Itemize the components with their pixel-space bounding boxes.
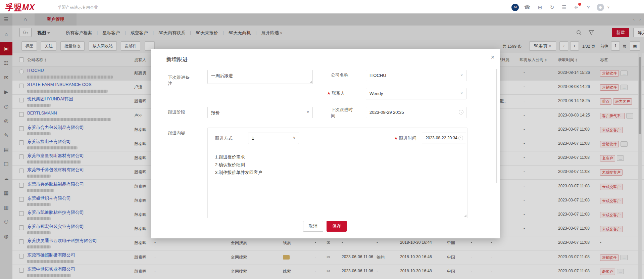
add-followup-modal: 新增跟进 × 下次跟进备注 一周后跟进 公司名称 ITOCHU∨ ★联系人 We… <box>151 49 500 238</box>
chevron-down-icon: ∨ <box>460 73 463 77</box>
save-button[interactable]: 保存 <box>327 221 347 232</box>
stage-select[interactable]: 报价∨ <box>207 107 313 118</box>
chevron-down-icon: ∨ <box>293 135 296 140</box>
contact-select[interactable]: Wendy∨ <box>366 88 466 99</box>
apps-grid-icon[interactable]: ⊞ <box>536 4 544 11</box>
contact-label: ★联系人 <box>327 90 345 96</box>
refresh-icon[interactable]: ↻ <box>548 4 556 11</box>
next-note-textarea[interactable]: 一周后跟进 <box>207 70 313 84</box>
help-icon[interactable]: ? <box>585 4 592 11</box>
chevron-down-icon: ∨ <box>306 109 309 114</box>
content-line: 3.制作报价单并发回客户 <box>215 170 262 176</box>
notification-badge <box>578 3 581 6</box>
content-line: 2.确认报价细则 <box>215 162 245 168</box>
next-note-label: 下次跟进备注 <box>168 75 193 87</box>
modal-title: 新增跟进 <box>166 56 188 63</box>
content-line: 1.跟进报价需求 <box>215 154 245 160</box>
close-icon[interactable]: × <box>488 53 497 61</box>
company-name: 孚盟产品演示专用企业 <box>58 5 98 10</box>
method-select[interactable]: 1∨ <box>248 133 299 144</box>
resize-handle[interactable] <box>464 215 466 217</box>
content-box: 跟进方式 1∨ ★跟进时间 2023-08-22 20:34 1.跟进报价需求2… <box>207 128 467 218</box>
ai-icon[interactable]: AI <box>511 4 519 11</box>
clock-icon <box>458 136 463 140</box>
logo: 孚盟MX <box>5 2 35 13</box>
app-root: 孚盟MX 孚盟产品演示专用企业 AI☎⊞↻☰⍾?☻∨ ☰ ⌂ 客户管理 ‹ › … <box>0 0 644 279</box>
required-star: ★ <box>394 136 398 141</box>
next-time-label: 下次跟进时间 <box>331 107 355 119</box>
clock-icon <box>459 110 463 114</box>
avatar[interactable]: ☻ <box>597 4 604 11</box>
stage-label: 跟进阶段 <box>168 109 185 115</box>
resize-handle[interactable] <box>309 81 312 83</box>
method-label: 跟进方式 <box>215 135 233 141</box>
cancel-button[interactable]: 取消 <box>303 221 323 232</box>
list-icon[interactable]: ☰ <box>560 4 568 11</box>
content-label: 跟进内容 <box>168 130 185 136</box>
chevron-down-icon: ∨ <box>460 91 463 95</box>
headset-icon[interactable]: ☎ <box>524 4 531 11</box>
top-bar: 孚盟MX 孚盟产品演示专用企业 AI☎⊞↻☰⍾?☻∨ <box>0 0 644 13</box>
next-time-input[interactable]: 2023-08-29 20:35 <box>366 107 466 118</box>
bell-icon[interactable]: ⍾ <box>573 4 580 11</box>
time-input[interactable]: 2023-08-22 20:34 <box>422 133 466 143</box>
company-input[interactable]: ITOCHU∨ <box>366 70 466 81</box>
company-label: 公司名称 <box>331 72 348 78</box>
required-star: ★ <box>327 91 331 96</box>
modal-scrollbar[interactable] <box>496 69 497 183</box>
chevron-down-icon[interactable]: ∨ <box>605 4 612 11</box>
time-label: ★跟进时间 <box>394 135 416 141</box>
